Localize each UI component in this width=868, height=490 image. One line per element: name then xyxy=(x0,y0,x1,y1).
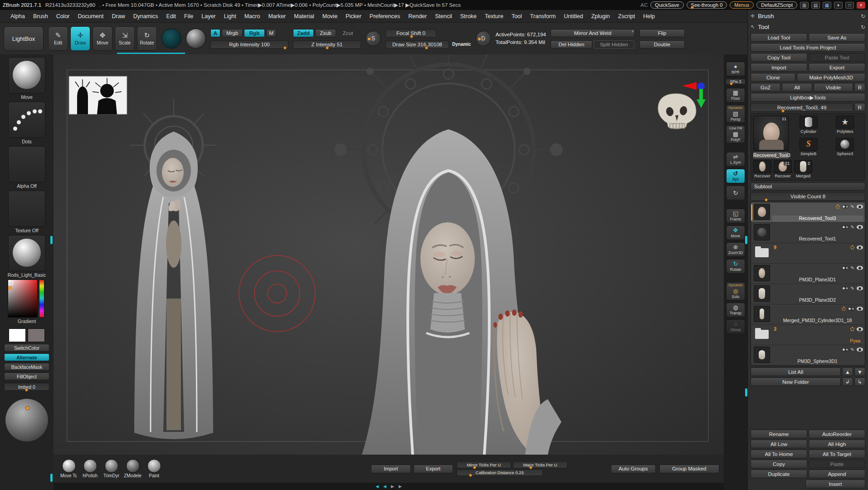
menu-preferences[interactable]: Preferences xyxy=(366,13,404,20)
goz-button[interactable]: GoZ xyxy=(751,83,780,92)
sculpt-brush-icon[interactable]: ✎ xyxy=(851,225,854,230)
major-ticks-slider[interactable]: Major Ticks Per U xyxy=(513,461,567,468)
slider-handle[interactable] xyxy=(473,466,476,469)
current-material-thumbnail[interactable] xyxy=(8,235,45,271)
slider-handle[interactable] xyxy=(691,6,694,9)
subtool-folder-row[interactable]: 9 xyxy=(751,243,865,264)
visibility-eye-icon[interactable] xyxy=(857,348,863,352)
subtool-thumbnail[interactable] xyxy=(754,285,770,302)
alternate-button[interactable]: Alternate xyxy=(4,353,49,361)
layout-swap-icon[interactable]: ▦ xyxy=(823,2,831,9)
menu-dynamics[interactable]: Dynamics xyxy=(129,13,162,20)
perspective-button[interactable]: Dynamic ▧ Persp xyxy=(726,105,745,123)
refresh-icon[interactable]: ↻ xyxy=(861,13,865,20)
current-brush-thumbnail[interactable] xyxy=(8,57,45,93)
lightbox-button[interactable]: LightBox xyxy=(4,26,44,51)
ghost-button[interactable]: ○ Ghost xyxy=(726,319,745,334)
imbed-slider[interactable]: Imbed 0 xyxy=(4,383,49,391)
polypaint-toggle-icon[interactable] xyxy=(842,205,848,208)
subtool-row-merged-cylinder[interactable]: Merged_PM3D_Cylinder3D1_18 xyxy=(751,304,865,325)
polypaint-toggle-icon[interactable] xyxy=(842,225,848,229)
tool-r-button[interactable]: R xyxy=(854,103,865,112)
close-icon[interactable]: × xyxy=(857,2,865,9)
menu-untitled[interactable]: Untitled xyxy=(560,13,587,20)
local-symmetry-button[interactable]: ⇌ L.Sym xyxy=(726,152,745,167)
frame-button[interactable]: ◱ Frame xyxy=(726,209,745,223)
all-to-target-button[interactable]: All To Target xyxy=(809,450,865,458)
maximize-icon[interactable]: □ xyxy=(845,2,854,9)
picker-orientation-sphere[interactable] xyxy=(5,399,48,441)
scroll-right-icon[interactable]: ▶ xyxy=(391,484,394,489)
polypaint-toggle-icon[interactable] xyxy=(842,348,848,351)
visibility-eye-icon[interactable] xyxy=(857,327,863,331)
mirror-and-weld-button[interactable]: Mirror And Weld x xyxy=(551,29,635,37)
refresh-icon[interactable]: ↻ xyxy=(861,24,865,30)
m-toggle[interactable]: M xyxy=(266,29,276,37)
slider-handle[interactable] xyxy=(425,46,428,49)
list-all-button[interactable]: List All xyxy=(751,368,841,376)
load-tool-button[interactable]: Load Tool xyxy=(751,33,807,42)
slider-handle[interactable] xyxy=(283,46,287,49)
see-through-slider[interactable]: See-through 0 xyxy=(687,1,727,9)
rgb-intensity-slider[interactable]: Rgb Intensity 100 xyxy=(210,40,288,49)
floor-grid-button[interactable]: ▦ Floor xyxy=(726,88,745,103)
slider-handle[interactable] xyxy=(529,466,532,469)
tool-palette-header[interactable]: ↖ Tool ↻ xyxy=(751,22,865,32)
slider-handle[interactable] xyxy=(765,198,768,201)
move-camera-button[interactable]: ✥ Move xyxy=(726,225,745,240)
copy-tool-button[interactable]: Copy Tool xyxy=(751,53,807,62)
rotate-camera-button[interactable]: ↻ Rotate xyxy=(726,259,745,274)
export-button[interactable]: Export xyxy=(414,465,453,473)
visibility-eye-icon[interactable] xyxy=(857,307,863,311)
menu-tool[interactable]: Tool xyxy=(507,13,526,20)
gear-icon[interactable] xyxy=(850,327,854,331)
subtool-row-recovered-tool3[interactable]: ✎ Recovered_Tool3 xyxy=(751,202,865,223)
tool-item-simplebrush[interactable]: S SimpleB xyxy=(791,138,826,159)
paste-subtool-button[interactable]: Paste xyxy=(809,460,865,468)
draw-size-slider[interactable]: Draw Size 316.30108 xyxy=(385,40,449,49)
color-a-toggle[interactable]: A xyxy=(210,29,220,37)
menu-macro[interactable]: Macro xyxy=(240,13,264,20)
menu-zplugin[interactable]: Zplugin xyxy=(587,13,614,20)
gear-icon[interactable] xyxy=(850,245,854,250)
zcut-toggle[interactable]: Zcut xyxy=(337,29,358,37)
radial-symmetry-button[interactable]: ↻ xyxy=(726,186,745,200)
autoreorder-button[interactable]: AutoReorder xyxy=(809,430,865,438)
load-tools-from-project-button[interactable]: Load Tools From Project xyxy=(751,43,865,52)
slider-handle[interactable] xyxy=(410,35,413,38)
menu-light[interactable]: Light xyxy=(220,13,240,20)
slider-handle[interactable] xyxy=(469,474,472,477)
brush-palette-header[interactable]: ✛ Brush ↻ xyxy=(751,11,865,21)
zsub-toggle[interactable]: Zsub xyxy=(315,29,336,37)
import-tool-button[interactable]: Import xyxy=(751,63,807,72)
visibility-eye-icon[interactable] xyxy=(857,245,863,250)
quick-brush-paint[interactable]: Paint xyxy=(143,459,165,478)
active-tool-thumbnail[interactable]: 21 xyxy=(753,116,789,151)
spix-slider[interactable]: SPix 3 xyxy=(726,78,746,84)
del-hidden-button[interactable]: Del Hidden xyxy=(551,40,592,49)
rgb-toggle[interactable]: Rgb xyxy=(244,29,265,37)
slider-handle[interactable] xyxy=(730,82,733,85)
scale-mode-button[interactable]: ⇲ Scale xyxy=(115,26,135,51)
timeline-strip[interactable]: ◀ ◀ ▶ ▶ xyxy=(54,483,724,490)
mirror-axis-x[interactable]: x xyxy=(632,29,634,33)
menu-layer[interactable]: Layer xyxy=(197,13,219,20)
move-into-folder-icon[interactable]: ↲ xyxy=(842,377,853,386)
append-button[interactable]: Append xyxy=(809,470,865,478)
paste-tool-button[interactable]: Paste Tool xyxy=(809,53,865,62)
move-mode-button[interactable]: ✥ Move xyxy=(93,26,112,51)
right-divider-handle[interactable] xyxy=(745,388,747,397)
polyframe-button[interactable]: Line Fill ▩ PolyF xyxy=(726,125,745,143)
rotate-mode-button[interactable]: ↻ Rotate xyxy=(137,26,157,51)
hue-strip[interactable] xyxy=(39,279,44,318)
gradient-label[interactable]: Gradient xyxy=(18,318,36,324)
gear-icon[interactable] xyxy=(836,205,840,209)
quick-brush-trimdynamic[interactable]: TrimDyr xyxy=(101,459,122,478)
scroll-left-icon[interactable]: ◀ xyxy=(375,484,379,489)
visibility-eye-icon[interactable] xyxy=(857,266,863,270)
save-as-button[interactable]: Save As xyxy=(809,33,865,42)
xyz-symmetry-button[interactable]: ↺ Xyz xyxy=(726,169,745,183)
double-button[interactable]: Double xyxy=(639,40,685,49)
saturation-value-square[interactable] xyxy=(8,279,38,318)
left-divider-handle[interactable] xyxy=(50,236,53,244)
